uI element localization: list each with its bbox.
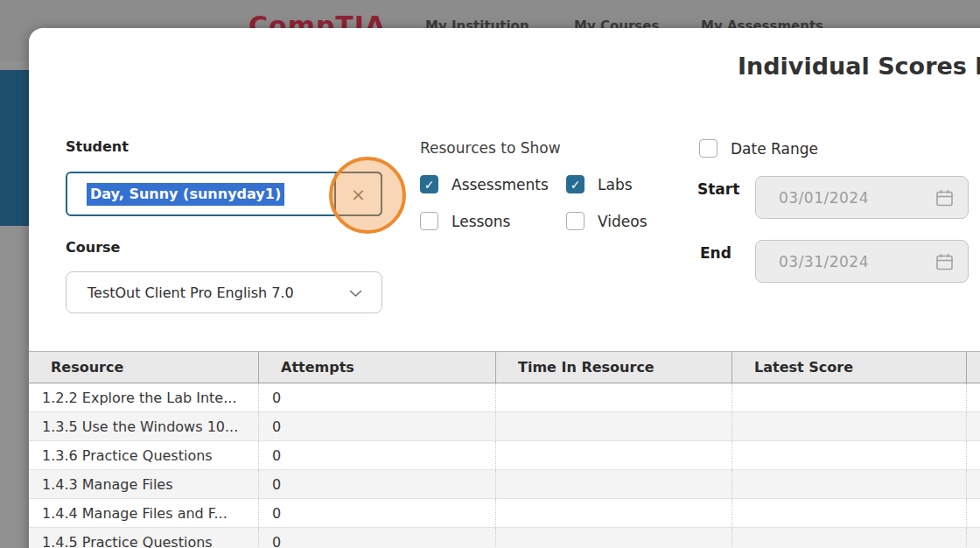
time-in-resource-cell [496,441,732,469]
checkbox-videos[interactable]: ✓ Videos [566,212,648,230]
checkbox-icon: ✓ [699,139,718,158]
latest-score-cell [732,470,967,498]
attempts-cell: 0 [259,412,496,440]
latest-score-cell [732,441,967,469]
course-label: Course [66,239,120,256]
table-row: 1.2.2 Explore the Lab Inte...0 [29,383,980,412]
student-label: Student [66,138,129,155]
resource-cell: 1.4.4 Manage Files and F... [29,499,259,527]
individual-scores-dialog: Individual Scores by Student Day, Sunny … [29,28,980,548]
time-in-resource-cell [496,383,732,411]
checkbox-icon: ✓ [566,175,584,193]
checkbox-icon: ✓ [566,212,584,230]
table-row: 1.3.6 Practice Questions0 [29,441,980,470]
end-date-value: 03/31/2024 [779,253,869,270]
checkbox-label: Assessments [452,176,549,193]
clipped-cell [967,528,980,548]
table-row: 1.3.5 Use the Windows 10...0 [29,412,980,441]
date-range-label: Date Range [731,140,818,158]
checkbox-lessons[interactable]: ✓ Lessons [420,212,510,230]
calendar-icon [934,188,955,208]
time-in-resource-cell [496,412,732,440]
column-header-latest-score: Latest Score [732,352,967,383]
resource-cell: 1.4.5 Practice Questions [29,528,259,548]
time-in-resource-cell [496,470,732,498]
column-header-clipped [967,352,980,383]
resource-cell: 1.2.2 Explore the Lab Inte... [29,383,259,411]
resource-cell: 1.3.5 Use the Windows 10... [29,412,259,440]
checkbox-labs[interactable]: ✓ Labs [566,175,633,193]
column-header-time-in-resource: Time In Resource [496,352,732,383]
checkbox-date-range[interactable]: ✓ Date Range [699,139,818,158]
start-date-value: 03/01/2024 [779,189,869,207]
clipped-cell [967,412,980,440]
time-in-resource-cell [496,499,732,527]
attempts-cell: 0 [259,499,496,527]
latest-score-cell [732,383,967,411]
column-header-resource: Resource [29,352,259,383]
chevron-down-icon [349,290,362,298]
clipped-cell [967,441,980,469]
attempts-cell: 0 [259,383,496,411]
checkbox-assessments[interactable]: ✓ Assessments [420,175,549,193]
start-date-input[interactable]: 03/01/2024 [755,176,969,219]
resource-cell: 1.4.3 Manage Files [29,470,259,498]
end-date-input[interactable]: 03/31/2024 [755,240,969,283]
attempts-cell: 0 [259,470,496,498]
column-header-attempts: Attempts [259,352,496,383]
attempts-cell: 0 [259,441,496,469]
latest-score-cell [732,528,967,548]
clipped-cell [967,499,980,527]
latest-score-cell [732,412,967,440]
course-selected-value: TestOut Client Pro English 7.0 [88,285,294,301]
scores-table: Resource Attempts Time In Resource Lates… [29,351,980,548]
table-header-row: Resource Attempts Time In Resource Lates… [29,351,980,383]
table-row: 1.4.4 Manage Files and F...0 [29,499,980,528]
student-selected-text: Day, Sunny (sunnyday1) [87,183,284,206]
page-title: Individual Scores by [738,53,980,80]
end-label: End [700,244,732,262]
checkbox-label: Videos [598,213,648,230]
annotation-highlight-circle [329,157,406,234]
checkbox-icon: ✓ [420,175,438,193]
clipped-cell [967,383,980,411]
start-label: Start [697,180,739,198]
calendar-icon [934,252,955,272]
table-row: 1.4.3 Manage Files0 [29,470,980,499]
clipped-cell [967,470,980,498]
course-select[interactable]: TestOut Client Pro English 7.0 [66,271,382,313]
checkbox-icon: ✓ [420,212,438,230]
table-row: 1.4.5 Practice Questions0 [29,528,980,548]
resources-to-show-label: Resources to Show [420,139,561,157]
resource-cell: 1.3.6 Practice Questions [29,441,259,469]
attempts-cell: 0 [259,528,496,548]
latest-score-cell [732,499,967,527]
checkbox-label: Labs [598,176,633,193]
table-body: 1.2.2 Explore the Lab Inte...01.3.5 Use … [29,383,980,548]
checkbox-label: Lessons [452,213,510,230]
time-in-resource-cell [496,528,732,548]
